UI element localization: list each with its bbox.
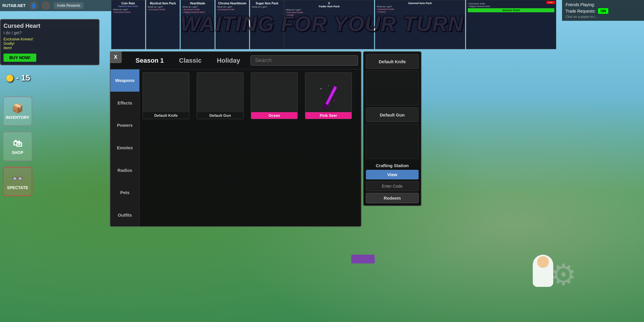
category-sidebar: Weapons Effects Powers Emotes Radios Pet… bbox=[110, 69, 140, 226]
empty-slot-2 bbox=[366, 124, 419, 159]
item-label-ocean: Ocean bbox=[251, 112, 297, 119]
character-decoration bbox=[533, 255, 553, 287]
tab-classic[interactable]: Classic bbox=[174, 54, 206, 67]
category-effects[interactable]: Effects bbox=[110, 92, 139, 114]
character-head bbox=[537, 256, 549, 268]
category-powers[interactable]: Powers bbox=[110, 114, 139, 137]
orby-badge: ORBY bbox=[546, 1, 555, 4]
item-label-pink-seer: Pink Seer bbox=[305, 112, 352, 119]
crafting-station-title: Crafting Station bbox=[366, 163, 419, 168]
pink-seer-knife-svg bbox=[318, 83, 339, 109]
svg-marker-1 bbox=[325, 86, 336, 107]
promo-bar: Coin Rain Mystical Item Pack What do I g… bbox=[111, 0, 284, 49]
trade-status-badge[interactable]: ON bbox=[598, 8, 609, 14]
promo-right-1[interactable]: V Trader Item Pack What do I get? • Excl… bbox=[284, 0, 374, 49]
pink-seer-image bbox=[310, 80, 347, 112]
empty-slot-1 bbox=[366, 71, 419, 106]
purple-platform bbox=[351, 255, 375, 263]
enter-code-slot[interactable]: Enter Code bbox=[366, 181, 419, 191]
svg-point-4 bbox=[321, 88, 322, 89]
category-radios[interactable]: Radios bbox=[110, 159, 139, 181]
grid-item-ocean[interactable]: Ocean bbox=[251, 72, 298, 119]
search-input[interactable] bbox=[251, 55, 358, 66]
promo-title: Sugar Item Pack bbox=[252, 2, 282, 5]
trade-requests-label: Trade Requests: bbox=[566, 9, 596, 13]
site-logo: RUTAB.NET bbox=[2, 3, 26, 8]
close-button[interactable]: X bbox=[110, 51, 121, 63]
promo-sugar[interactable]: Sugar Item Pack What do I get? bbox=[250, 0, 284, 49]
promo-right-3[interactable]: ORBY • Exclusive Knife• Highly Desired I… bbox=[466, 0, 556, 49]
tab-season1[interactable]: Season 1 bbox=[131, 54, 169, 67]
svg-point-5 bbox=[334, 100, 335, 101]
left-hud: RUTAB.NET 👤 Invite Rewards bbox=[0, 0, 111, 322]
grid-item-default-gun[interactable]: Default Gun bbox=[197, 72, 244, 119]
promo-cta[interactable]: Summer Event bbox=[468, 8, 554, 12]
inventory-body: Weapons Effects Powers Emotes Radios Pet… bbox=[110, 69, 361, 226]
equipped-gun-slot[interactable]: Default Gun bbox=[366, 107, 419, 122]
invite-rewards-button[interactable]: Invite Rewards bbox=[54, 2, 83, 9]
right-promo-bar: V Trader Item Pack What do I get? • Excl… bbox=[284, 0, 556, 49]
tab-holiday[interactable]: Holiday bbox=[212, 54, 245, 67]
item-label-default-gun: Default Gun bbox=[197, 112, 243, 119]
grid-item-pink-seer[interactable]: Pink Seer bbox=[305, 72, 352, 119]
promo-heartblade[interactable]: Heartblade What do I get? • Exclusive Kn… bbox=[181, 0, 215, 49]
friends-playing-label: Friends Playing: bbox=[566, 2, 640, 7]
friends-panel: Friends Playing: Trade Requests: ON Clic… bbox=[562, 0, 644, 21]
grid-item-default-knife[interactable]: Default Knife bbox=[143, 72, 189, 119]
promo-mystical[interactable]: Mystical Item Pack What do I get? • Excl… bbox=[146, 0, 180, 49]
hud-top-bar: RUTAB.NET 👤 Invite Rewards bbox=[0, 0, 111, 11]
gear-decoration: ⚙ bbox=[550, 258, 585, 293]
avatar-icon: 👤 bbox=[29, 1, 38, 10]
svg-point-6 bbox=[328, 85, 329, 86]
category-outfits[interactable]: Outfits bbox=[110, 204, 139, 226]
category-weapons[interactable]: Weapons bbox=[110, 69, 139, 92]
equipped-knife-slot[interactable]: Default Knife bbox=[366, 54, 419, 69]
category-emotes[interactable]: Emotes bbox=[110, 137, 139, 159]
promo-right-2[interactable]: Damned Item Pack What do I get? • Exclus… bbox=[375, 0, 465, 49]
menu-icon bbox=[42, 1, 50, 10]
redeem-button[interactable]: Redeem bbox=[366, 193, 419, 203]
promo-coin-rain[interactable]: Coin Rain Mystical Item Pack What do I g… bbox=[111, 0, 145, 49]
item-grid: Default Knife Default Gun Ocean bbox=[140, 69, 361, 226]
promo-title: Coin Rain bbox=[113, 2, 143, 5]
category-pets[interactable]: Pets bbox=[110, 181, 139, 204]
promo-title: Chroma Heartbloom bbox=[217, 2, 248, 5]
crafting-section: Crafting Station View Enter Code Redeem bbox=[366, 163, 419, 203]
tab-bar: Season 1 Classic Holiday bbox=[110, 52, 361, 69]
item-label-default-knife: Default Knife bbox=[143, 112, 189, 119]
inventory-panel: X Season 1 Classic Holiday Weapons Effec… bbox=[110, 51, 362, 227]
promo-title: Heartblade bbox=[182, 2, 213, 5]
right-panel: Default Knife Default Gun Crafting Stati… bbox=[363, 51, 422, 206]
trade-row: Trade Requests: ON bbox=[566, 8, 640, 14]
click-hint: Click on a player to t... bbox=[566, 15, 640, 18]
promo-title: Mystical Item Pack bbox=[148, 2, 178, 5]
promo-chroma[interactable]: Chroma Heartbloom What do I get? • Exclu… bbox=[215, 0, 249, 49]
crafting-view-button[interactable]: View bbox=[366, 170, 419, 179]
